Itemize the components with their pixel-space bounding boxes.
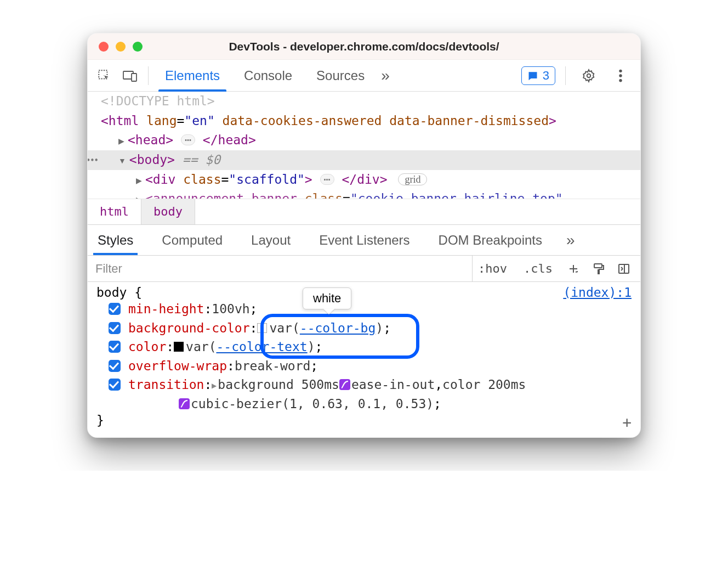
prop-toggle-checkbox[interactable] xyxy=(109,322,121,334)
window-title: DevTools - developer.chrome.com/docs/dev… xyxy=(88,40,640,53)
collapse-body-icon[interactable] xyxy=(118,153,129,167)
subtab-computed[interactable]: Computed xyxy=(157,225,227,255)
svg-point-6 xyxy=(619,78,622,81)
grid-badge[interactable]: grid xyxy=(398,173,427,185)
kebab-menu-icon[interactable] xyxy=(607,63,634,88)
rule-selector-line[interactable]: body { xyxy=(96,285,632,300)
devtools-window: DevTools - developer.chrome.com/docs/dev… xyxy=(87,33,641,438)
easing-editor-icon[interactable] xyxy=(339,379,350,390)
svg-point-3 xyxy=(587,74,591,77)
subtab-event-listeners[interactable]: Event Listeners xyxy=(315,225,414,255)
dom-tree-panel[interactable]: <!DOCTYPE html> <html lang="en" data-coo… xyxy=(88,92,640,199)
svg-point-4 xyxy=(619,69,622,72)
prop-toggle-checkbox[interactable] xyxy=(109,303,121,315)
dom-doctype[interactable]: <!DOCTYPE html> xyxy=(88,92,640,111)
svg-rect-2 xyxy=(132,74,136,81)
color-swatch-white[interactable] xyxy=(257,323,267,333)
dom-html-tag[interactable]: <html lang="en" data-cookies-answered da… xyxy=(88,111,640,131)
expand-head-icon[interactable] xyxy=(118,133,128,147)
prop-toggle-checkbox[interactable] xyxy=(109,341,121,353)
svg-point-5 xyxy=(619,74,622,77)
main-tabs: Elements Console Sources » xyxy=(153,60,394,92)
ellipsis-icon[interactable]: ⋯ xyxy=(320,174,334,185)
tab-console[interactable]: Console xyxy=(232,60,304,92)
subtab-dom-breakpoints[interactable]: DOM Breakpoints xyxy=(434,225,547,255)
row-handle-icon[interactable]: ••• xyxy=(88,153,99,168)
prop-transition-wrap[interactable]: cubic-bezier(1, 0.63, 0.1, 0.53); xyxy=(96,394,632,414)
inspect-element-icon[interactable] xyxy=(91,63,117,88)
cls-toggle[interactable]: .cls xyxy=(518,259,558,278)
prop-toggle-checkbox[interactable] xyxy=(109,379,121,391)
add-property-icon[interactable]: + xyxy=(622,414,632,432)
svg-rect-7 xyxy=(594,264,602,268)
main-toolbar: Elements Console Sources » 3 xyxy=(88,60,640,92)
dom-body-tag-selected[interactable]: ••• <body> == $0 xyxy=(88,150,640,170)
tab-sources[interactable]: Sources xyxy=(304,60,377,92)
styles-panel[interactable]: (index):1 body { min-height: 100vh; back… xyxy=(88,282,640,437)
dom-head-tag[interactable]: <head> ⋯ </head> xyxy=(88,131,640,150)
styles-filter-input[interactable] xyxy=(88,256,472,281)
prop-transition[interactable]: transition: background 500ms ease-in-out… xyxy=(96,375,632,394)
easing-editor-icon[interactable] xyxy=(179,398,190,409)
issues-icon xyxy=(527,70,538,81)
traffic-lights xyxy=(99,42,143,52)
dom-breadcrumbs: html body xyxy=(88,199,640,225)
expand-banner-icon[interactable] xyxy=(136,191,145,199)
color-swatch-black[interactable] xyxy=(174,342,184,352)
styles-subtabs: Styles Computed Layout Event Listeners D… xyxy=(88,225,640,256)
issues-badge[interactable]: 3 xyxy=(521,66,555,85)
issues-count: 3 xyxy=(543,69,549,83)
maximize-window-button[interactable] xyxy=(133,42,143,52)
dom-announcement-banner[interactable]: <announcement-banner class="cookie-banne… xyxy=(88,189,640,199)
settings-icon[interactable] xyxy=(576,63,602,88)
subtab-styles[interactable]: Styles xyxy=(93,225,138,255)
tab-elements[interactable]: Elements xyxy=(153,60,232,92)
prop-color[interactable]: color: var(--color-text); xyxy=(96,337,632,357)
prop-overflow-wrap[interactable]: overflow-wrap: break-word; xyxy=(96,357,632,376)
source-link[interactable]: (index):1 xyxy=(563,285,632,300)
subtabs-overflow[interactable]: » xyxy=(566,225,575,255)
titlebar: DevTools - developer.chrome.com/docs/dev… xyxy=(88,33,640,60)
crumb-body[interactable]: body xyxy=(141,199,195,224)
toolbar-divider xyxy=(148,66,149,85)
prop-background-color[interactable]: background-color: var(--color-bg); xyxy=(96,319,632,338)
device-toolbar-icon[interactable] xyxy=(117,63,144,88)
close-window-button[interactable] xyxy=(99,42,109,52)
prop-toggle-checkbox[interactable] xyxy=(109,360,121,372)
tabs-overflow[interactable]: » xyxy=(377,60,394,92)
styles-filter-bar: :hov .cls xyxy=(88,256,640,282)
paint-format-icon[interactable] xyxy=(589,259,608,279)
rule-close-brace: } xyxy=(96,413,632,427)
crumb-html[interactable]: html xyxy=(88,199,141,224)
subtab-layout[interactable]: Layout xyxy=(247,225,295,255)
expand-transition-icon[interactable] xyxy=(212,375,218,394)
expand-div-icon[interactable] xyxy=(136,172,145,187)
dom-div-scaffold[interactable]: <div class="scaffold"> ⋯ </div> grid xyxy=(88,170,640,190)
add-rule-icon[interactable] xyxy=(564,259,583,279)
css-var-link[interactable]: --color-bg xyxy=(300,319,376,338)
color-tooltip: white xyxy=(303,287,351,309)
toggle-sidebar-icon[interactable] xyxy=(614,259,634,279)
hov-toggle[interactable]: :hov xyxy=(473,259,513,278)
toolbar-divider-2 xyxy=(565,66,566,85)
css-var-link[interactable]: --color-text xyxy=(217,337,308,357)
prop-min-height[interactable]: min-height: 100vh; xyxy=(96,300,632,319)
minimize-window-button[interactable] xyxy=(116,42,126,52)
ellipsis-icon[interactable]: ⋯ xyxy=(181,134,195,145)
